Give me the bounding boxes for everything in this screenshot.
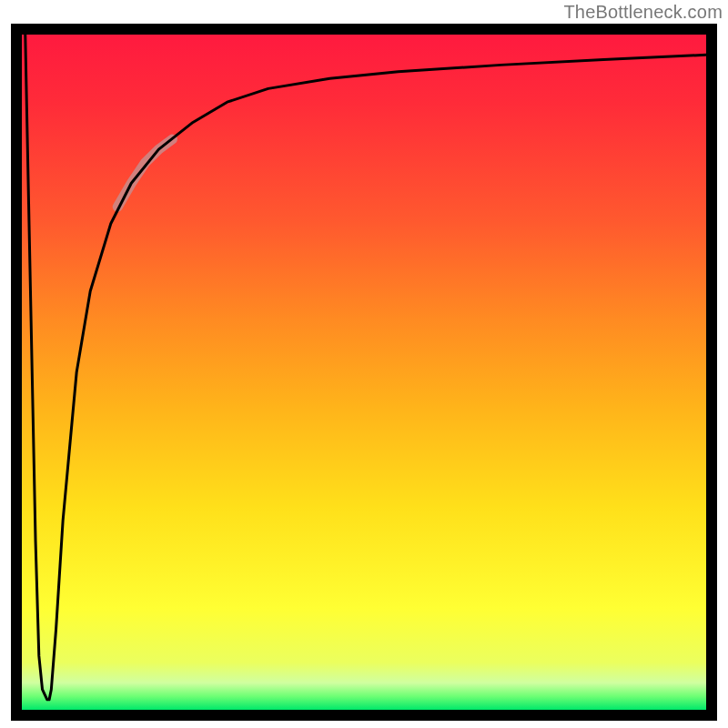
bottleneck-curve: [25, 35, 706, 700]
attribution-text: TheBottleneck.com: [563, 2, 723, 23]
chart-stage: TheBottleneck.com: [0, 0, 728, 728]
plot-frame: [11, 24, 717, 721]
curve-layer: [22, 35, 706, 710]
